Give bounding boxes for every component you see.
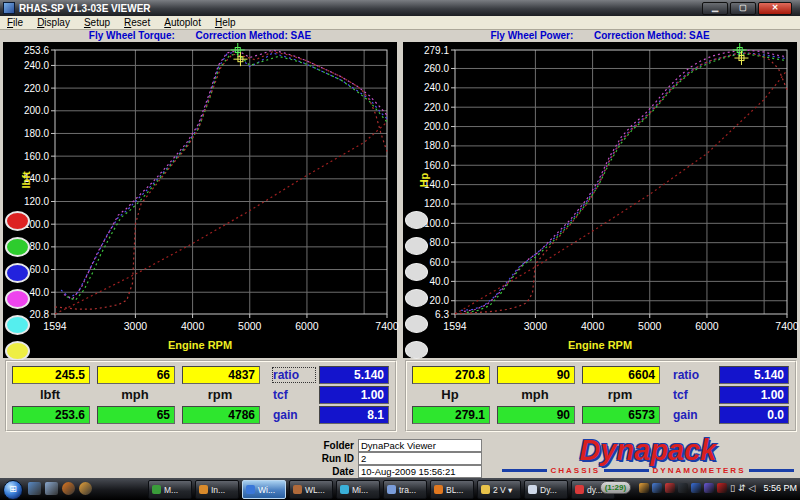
gain-input[interactable]: 8.1: [319, 406, 389, 424]
battery-icon[interactable]: ▯: [730, 483, 735, 493]
power-chart-svg[interactable]: 279.1260.0240.0220.0200.0180.0160.0140.0…: [403, 42, 797, 338]
quick-launch-bar: [28, 482, 92, 495]
firefox-icon[interactable]: [62, 482, 75, 495]
trace-run-green: [67, 54, 387, 300]
x-tick-label: 4000: [581, 320, 605, 332]
title-bar: RHAS-SP V1.3-03E VIEWER ▁ ▢ ✕: [0, 0, 800, 16]
trace-button-magenta[interactable]: [5, 289, 30, 309]
trace-run-magenta: [64, 50, 387, 299]
close-button[interactable]: ✕: [758, 2, 792, 15]
tcf-label: tcf: [673, 388, 715, 402]
taskbar-button-wl[interactable]: WL...: [289, 480, 333, 499]
menu-item-reset[interactable]: Reset: [117, 17, 157, 28]
dynapack-logo-word: Dynapack: [502, 437, 794, 464]
gain-input[interactable]: 0.0: [719, 406, 789, 424]
y-tick-label: 260.0: [424, 63, 449, 74]
mcafee-tray-icon[interactable]: [717, 483, 727, 493]
taskbar-button-label: BL...: [446, 485, 463, 495]
taskbar-button-mi[interactable]: Mi...: [336, 480, 380, 499]
torque-correction-method: Correction Method: SAE: [196, 30, 312, 41]
document-icon: [293, 485, 302, 494]
ratio-input[interactable]: 5.140: [319, 366, 389, 384]
trace-button-red[interactable]: [405, 211, 428, 229]
messenger-tray-icon[interactable]: [639, 483, 649, 493]
taskbar-button-bl[interactable]: BL...: [430, 480, 474, 499]
power-correction-method: Correction Method: SAE: [594, 30, 710, 41]
dyno-app-icon: [528, 485, 537, 494]
tcf-input[interactable]: 1.00: [719, 386, 789, 404]
taskbar-button-label: Wi...: [258, 485, 275, 495]
trace-button-green[interactable]: [405, 237, 428, 255]
torque-chart-svg[interactable]: 253.6240.0220.0200.0180.0160.0140.0120.0…: [3, 42, 397, 338]
trace-button-cyan[interactable]: [405, 315, 428, 333]
trace-button-yellow[interactable]: [405, 341, 428, 359]
taskbar-button-in[interactable]: In...: [195, 480, 239, 499]
folder-input[interactable]: DynaPack Viewer: [358, 439, 482, 452]
menu-item-file[interactable]: File: [0, 17, 30, 28]
show-desktop-icon[interactable]: [28, 482, 41, 495]
taskbar-clock[interactable]: 5:56 PM: [763, 483, 797, 493]
trace-button-blue[interactable]: [5, 263, 30, 283]
y-tick-label: 279.1: [424, 45, 449, 56]
minimize-button[interactable]: ▁: [702, 2, 728, 15]
trace-button-yellow[interactable]: [5, 341, 30, 361]
taskbar-button-label: M...: [164, 485, 178, 495]
messenger-icon[interactable]: [79, 482, 92, 495]
trace-button-blue[interactable]: [405, 263, 428, 281]
trace-button-cyan[interactable]: [5, 315, 30, 335]
taskbar: ⊞ M...In...Wi...WL...Mi...tra...BL...2 V…: [0, 478, 800, 500]
power-readout-panel: 270.8 90 6604 Hp mph rpm 279.1 90 6573 r…: [405, 360, 797, 432]
power-peak-mph: 90: [497, 406, 575, 424]
taskbar-button-label: WL...: [305, 485, 325, 495]
window-switcher-icon[interactable]: [45, 482, 58, 495]
y-tick-label: 80.0: [430, 237, 450, 248]
taskbar-button-dy[interactable]: Dy...: [524, 480, 568, 499]
menu-item-help[interactable]: Help: [208, 17, 243, 28]
network-icon[interactable]: ⇵: [738, 483, 746, 493]
trace-button-magenta[interactable]: [405, 289, 428, 307]
menu-item-display[interactable]: Display: [30, 17, 77, 28]
power-y-axis-title: Hp: [418, 173, 430, 188]
trace-button-red[interactable]: [5, 211, 30, 231]
volume-icon[interactable]: ◁: [749, 483, 756, 493]
battery-time-badge: (1:29): [600, 481, 631, 494]
menu-item-autoplot[interactable]: Autoplot: [157, 17, 208, 28]
taskbar-button-label: 2 V ▾: [493, 485, 512, 495]
x-tick-label: 1594: [443, 320, 467, 332]
y-tick-label: 80.0: [30, 241, 50, 252]
run-id-input[interactable]: 2: [358, 452, 482, 465]
x-tick-label: 1594: [43, 320, 67, 332]
taskbar-button-tra[interactable]: tra...: [383, 480, 427, 499]
power-title: Fly Wheel Power:: [490, 30, 573, 41]
updates-tray-icon[interactable]: [652, 483, 662, 493]
sync-tray-icon[interactable]: [704, 483, 714, 493]
y-tick-label: 220.0: [24, 83, 49, 94]
input-switch-tray-icon[interactable]: [678, 483, 688, 493]
mph-unit-label: mph: [497, 387, 573, 402]
y-tick-label: 180.0: [24, 128, 49, 139]
start-button[interactable]: ⊞: [3, 480, 23, 500]
ratio-input[interactable]: 5.140: [719, 366, 789, 384]
maximize-button[interactable]: ▢: [730, 2, 756, 15]
y-tick-label: 180.0: [424, 140, 449, 151]
app-icon: [3, 2, 15, 14]
x-tick-label: 7400: [775, 320, 799, 332]
x-tick-label: 7400: [375, 320, 399, 332]
y-tick-label: 120.0: [424, 198, 449, 209]
trace-run-magenta: [464, 50, 787, 311]
menu-item-setup[interactable]: Setup: [77, 17, 117, 28]
taskbar-button-m[interactable]: M...: [148, 480, 192, 499]
ratio-label: ratio: [273, 368, 315, 382]
date-input[interactable]: 10-Aug-2009 15:56:21: [358, 465, 482, 478]
system-tray: (1:29) ▯ ⇵ ◁ 5:56 PM: [600, 481, 797, 494]
taskbar-button-wi[interactable]: Wi...: [242, 480, 286, 499]
dynapack-logo-subtitle: CHASSIS DYNAMOMETERS: [502, 466, 794, 475]
trace-button-green[interactable]: [5, 237, 30, 257]
tcf-input[interactable]: 1.00: [319, 386, 389, 404]
pdf-icon: [575, 485, 584, 494]
taskbar-button-2v[interactable]: 2 V ▾: [477, 480, 521, 499]
security-tray-icon[interactable]: [665, 483, 675, 493]
trace-run-blue: [61, 52, 387, 298]
torque-chart-header: Fly Wheel Torque: Correction Method: SAE: [3, 30, 397, 41]
network-drive-tray-icon[interactable]: [691, 483, 701, 493]
